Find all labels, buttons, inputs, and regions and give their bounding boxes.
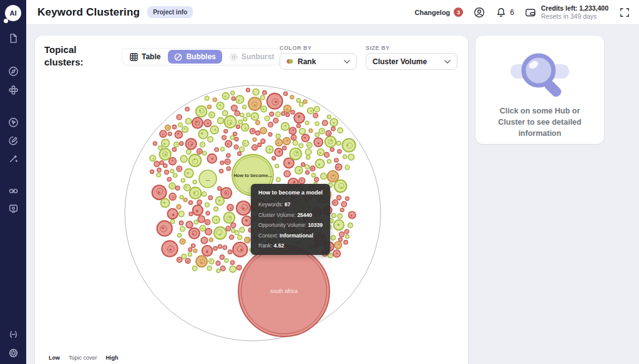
cluster-bubble[interactable] bbox=[175, 131, 182, 138]
cluster-bubble[interactable] bbox=[206, 211, 210, 215]
cluster-bubble[interactable] bbox=[348, 154, 354, 160]
cluster-bubble[interactable] bbox=[160, 148, 171, 160]
cluster-bubble[interactable] bbox=[283, 146, 286, 150]
cluster-bubble[interactable] bbox=[276, 112, 281, 117]
cluster-bubble[interactable] bbox=[331, 127, 335, 131]
cluster-bubble[interactable] bbox=[240, 113, 244, 117]
cluster-bubble[interactable] bbox=[344, 229, 349, 234]
cluster-bubble[interactable] bbox=[218, 186, 222, 190]
cluster-bubble[interactable] bbox=[177, 204, 181, 209]
cluster-bubble[interactable] bbox=[188, 201, 192, 204]
cluster-bubble[interactable] bbox=[224, 213, 235, 224]
changelog-button[interactable]: Changelog 3 bbox=[415, 7, 464, 17]
link-icon[interactable] bbox=[8, 186, 19, 196]
cluster-bubble[interactable] bbox=[197, 149, 203, 155]
cluster-bubble[interactable] bbox=[303, 100, 307, 103]
cluster-bubble-unnamed[interactable]: ... bbox=[199, 170, 217, 188]
cluster-bubble[interactable] bbox=[345, 165, 349, 170]
cluster-bubble[interactable] bbox=[295, 166, 303, 174]
cluster-bubble[interactable] bbox=[256, 120, 260, 125]
cluster-bubble[interactable] bbox=[207, 266, 212, 271]
cluster-bubble[interactable] bbox=[305, 165, 310, 169]
cluster-bubble[interactable] bbox=[301, 163, 305, 166]
cluster-bubble[interactable] bbox=[337, 196, 341, 200]
cluster-bubble[interactable] bbox=[182, 254, 187, 259]
cluster-bubble[interactable] bbox=[160, 130, 167, 137]
cluster-bubble[interactable] bbox=[169, 183, 175, 189]
cluster-bubble[interactable] bbox=[178, 123, 182, 127]
cluster-bubble[interactable] bbox=[284, 92, 288, 95]
cluster-bubble[interactable] bbox=[161, 199, 170, 208]
cluster-bubble[interactable] bbox=[178, 211, 184, 217]
cluster-bubble[interactable] bbox=[296, 98, 300, 102]
cluster-bubble[interactable] bbox=[200, 225, 206, 231]
cluster-bubble[interactable] bbox=[227, 204, 233, 211]
cluster-bubble[interactable] bbox=[174, 142, 179, 147]
cluster-bubble[interactable] bbox=[193, 205, 203, 215]
cluster-bubble[interactable] bbox=[233, 132, 237, 136]
cluster-bubble[interactable] bbox=[223, 246, 227, 249]
cluster-bubble[interactable] bbox=[263, 91, 266, 95]
cluster-bubble[interactable] bbox=[227, 153, 230, 157]
cluster-bubble[interactable] bbox=[183, 198, 187, 202]
cluster-bubble[interactable] bbox=[160, 161, 163, 165]
cluster-bubble[interactable] bbox=[196, 256, 207, 267]
cluster-bubble[interactable] bbox=[214, 207, 218, 211]
cluster-bubble[interactable] bbox=[334, 180, 347, 193]
cluster-bubble[interactable] bbox=[246, 88, 250, 92]
cluster-bubble[interactable] bbox=[319, 128, 324, 134]
cluster-bubble[interactable] bbox=[334, 220, 344, 230]
cluster-bubble[interactable] bbox=[231, 223, 236, 228]
cluster-bubble[interactable] bbox=[150, 170, 154, 174]
cluster-bubble[interactable] bbox=[193, 180, 197, 184]
cluster-bubble[interactable] bbox=[275, 164, 279, 168]
cluster-bubble[interactable] bbox=[261, 106, 267, 112]
cluster-bubble[interactable] bbox=[248, 97, 261, 110]
cluster-bubble[interactable] bbox=[198, 216, 205, 223]
cluster-bubble[interactable] bbox=[170, 169, 174, 173]
cluster-bubble[interactable] bbox=[283, 138, 291, 145]
cluster-bubble[interactable] bbox=[299, 102, 303, 107]
cluster-bubble[interactable] bbox=[188, 247, 192, 251]
cluster-bubble[interactable] bbox=[208, 196, 213, 200]
cluster-bubble[interactable] bbox=[202, 192, 206, 196]
cluster-bubble[interactable] bbox=[335, 164, 341, 170]
cluster-bubble[interactable] bbox=[167, 209, 177, 219]
cluster-bubble[interactable] bbox=[235, 111, 240, 116]
cluster-bubble[interactable] bbox=[240, 228, 245, 232]
cluster-bubble[interactable] bbox=[332, 213, 336, 218]
cluster-bubble[interactable] bbox=[202, 246, 213, 256]
cluster-bubble[interactable] bbox=[237, 201, 250, 215]
cluster-bubble[interactable] bbox=[253, 138, 256, 141]
cluster-bubble[interactable] bbox=[333, 250, 341, 257]
cluster-bubble[interactable] bbox=[270, 112, 274, 117]
cluster-bubble[interactable] bbox=[224, 130, 228, 133]
cluster-bubble[interactable] bbox=[243, 117, 247, 121]
cluster-bubble[interactable] bbox=[237, 265, 241, 270]
cluster-bubble[interactable] bbox=[272, 156, 276, 160]
cluster-bubble[interactable] bbox=[190, 187, 202, 199]
cluster-bubble[interactable] bbox=[307, 143, 313, 148]
cluster-bubble[interactable] bbox=[345, 197, 349, 201]
cluster-bubble[interactable] bbox=[182, 127, 188, 133]
cluster-bubble[interactable] bbox=[169, 158, 177, 165]
cluster-bubble[interactable] bbox=[186, 138, 197, 149]
cluster-bubble[interactable] bbox=[330, 118, 338, 126]
cluster-bubble[interactable] bbox=[152, 185, 167, 199]
cluster-bubble[interactable] bbox=[238, 120, 243, 124]
cluster-bubble[interactable] bbox=[221, 147, 225, 151]
cluster-bubble[interactable] bbox=[256, 131, 260, 135]
cluster-bubble[interactable] bbox=[153, 141, 157, 145]
compass-icon[interactable] bbox=[8, 66, 19, 77]
cluster-bubble[interactable] bbox=[339, 232, 344, 237]
cluster-bubble[interactable] bbox=[336, 141, 341, 145]
cluster-bubble[interactable] bbox=[340, 208, 344, 212]
cluster-bubble[interactable] bbox=[215, 196, 224, 205]
cluster-bubble[interactable] bbox=[204, 120, 212, 127]
cluster-bubble[interactable] bbox=[251, 113, 258, 120]
cluster-bubble[interactable] bbox=[314, 138, 323, 146]
cluster-bubble[interactable] bbox=[299, 178, 305, 184]
cluster-bubble[interactable] bbox=[227, 166, 230, 170]
cluster-bubble-south-africa[interactable]: south africa bbox=[238, 246, 329, 337]
cluster-bubble[interactable] bbox=[238, 235, 242, 239]
